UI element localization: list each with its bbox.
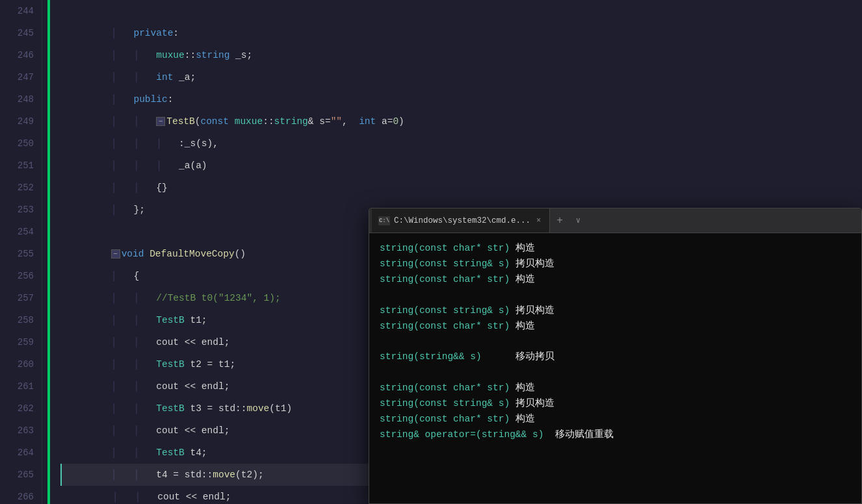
code-line-250: │ │ │ _a(a)	[60, 132, 862, 155]
terminal-line-9	[380, 365, 851, 381]
code-line-246: │ │ int _a;	[60, 44, 862, 66]
code-line-248: │ │ −TestB(const muxue::string& s="", in…	[60, 88, 862, 110]
terminal-line-1: string(const char* str) 构造	[380, 241, 851, 257]
terminal-line-7	[380, 334, 851, 350]
cmd-icon: C:\	[378, 216, 390, 225]
code-line-244: │ private:	[60, 0, 862, 22]
terminal-line-5: string(const string& s) 拷贝构造	[380, 303, 851, 319]
terminal-line-2: string(const string& s) 拷贝构造	[380, 257, 851, 272]
code-line-245: │ │ muxue::string _s;	[60, 22, 862, 44]
terminal-new-tab-button[interactable]: +	[550, 215, 569, 227]
code-line-249: │ │ │ :_s(s),	[60, 110, 862, 132]
terminal-tab-label: C:\Windows\system32\cmd.e...	[394, 216, 530, 225]
terminal-line-8: string(string&& s) 移动拷贝	[380, 349, 851, 365]
terminal-tabs: C:\ C:\Windows\system32\cmd.e... × + ∨	[369, 208, 861, 233]
terminal-line-4	[380, 288, 851, 303]
terminal-dropdown-button[interactable]: ∨	[569, 216, 587, 225]
code-line-252: │ };	[60, 177, 862, 199]
terminal-line-12: string(const char* str) 构造	[380, 412, 851, 427]
terminal-line-11: string(const string& s) 拷贝构造	[380, 396, 851, 412]
terminal-close-button[interactable]: ×	[534, 215, 543, 227]
terminal-tab-cmd[interactable]: C:\ C:\Windows\system32\cmd.e... ×	[372, 208, 550, 233]
code-line-247: │ public:	[60, 66, 862, 88]
terminal-line-10: string(const char* str) 构造	[380, 381, 851, 396]
terminal-window: C:\ C:\Windows\system32\cmd.e... × + ∨ s…	[369, 208, 862, 504]
code-line-251: │ │ {}	[60, 155, 862, 177]
terminal-line-13: string& operator=(string&& s) 移动赋值重载	[380, 427, 851, 443]
terminal-body: string(const char* str) 构造 string(const …	[369, 233, 861, 503]
line-numbers: 244 245 246 247 248 249 250 251 252 253 …	[0, 0, 42, 504]
gutter-bar	[47, 0, 50, 504]
terminal-line-3: string(const char* str) 构造	[380, 272, 851, 288]
terminal-titlebar: C:\ C:\Windows\system32\cmd.e... × + ∨	[369, 208, 861, 233]
gutter	[42, 0, 55, 504]
terminal-line-6: string(const char* str) 构造	[380, 319, 851, 334]
